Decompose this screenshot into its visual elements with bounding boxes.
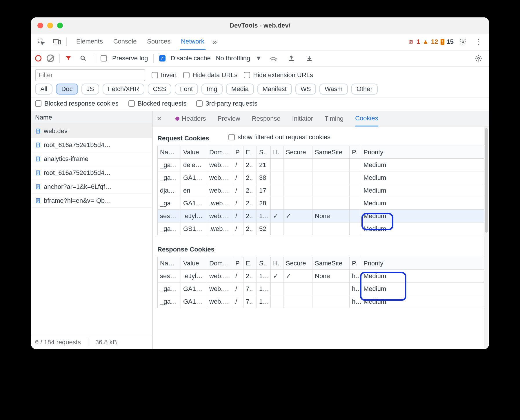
chip-css[interactable]: CSS — [148, 84, 171, 95]
tab-sources[interactable]: Sources — [146, 34, 172, 50]
clear-button[interactable] — [47, 55, 54, 62]
cookie-col-header[interactable]: SameSite — [312, 146, 350, 159]
chip-all[interactable]: All — [35, 84, 52, 95]
cookie-row[interactable]: _ga_…GS1….web.…/2..52Medium — [158, 222, 484, 235]
settings-icon[interactable] — [457, 35, 469, 48]
cookie-col-header[interactable]: Secure — [283, 146, 312, 159]
request-row[interactable]: bframe?hl=en&v=-Qb… — [31, 194, 152, 208]
search-icon[interactable] — [77, 52, 90, 65]
svg-point-4 — [81, 56, 84, 59]
divider — [66, 37, 67, 46]
cookie-col-header[interactable]: SameSite — [312, 257, 350, 270]
chip-js[interactable]: JS — [81, 84, 99, 95]
chip-media[interactable]: Media — [226, 84, 254, 95]
document-icon — [35, 184, 41, 190]
cookie-row[interactable]: _ga_…GA1…web.…/7..1…h..Medium — [158, 283, 484, 295]
network-settings-icon[interactable] — [472, 52, 485, 65]
cookie-col-header[interactable]: Priority — [361, 257, 484, 270]
hide-ext-urls-checkbox[interactable] — [244, 72, 250, 78]
blocked-requests-checkbox[interactable] — [128, 100, 135, 107]
inspect-icon[interactable] — [35, 35, 48, 48]
cookie-col-header[interactable]: Priority — [361, 146, 484, 159]
show-filtered-checkbox[interactable] — [228, 134, 235, 140]
scrollbar-thumb[interactable] — [485, 128, 488, 233]
cookie-row[interactable]: djan…enweb.…/2..17Medium — [158, 184, 484, 197]
tab-console[interactable]: Console — [112, 34, 138, 50]
blocked-cookies-checkbox[interactable] — [35, 100, 41, 107]
cookie-col-header[interactable]: H. — [271, 146, 283, 159]
tab-network[interactable]: Network — [180, 34, 206, 50]
cookie-row[interactable]: _ga_…dele…web.…/2..21Medium — [158, 159, 484, 171]
hide-data-urls-label: Hide data URLs — [192, 71, 237, 79]
scrollbar[interactable] — [484, 126, 488, 349]
error-icon: ⦻ — [408, 38, 414, 46]
request-row[interactable]: root_616a752e1b5d4… — [31, 166, 152, 180]
export-har-icon[interactable] — [285, 52, 298, 65]
cookie-row[interactable]: _ga_…GA1…web.…/7..1…h..Medium — [158, 295, 484, 308]
chip-wasm[interactable]: Wasm — [319, 84, 348, 95]
chip-other[interactable]: Other — [351, 84, 378, 95]
chip-doc[interactable]: Doc — [56, 84, 78, 95]
cookie-col-header[interactable]: E. — [243, 257, 257, 270]
cookie-row[interactable]: _ga_…GA1…web.…/2..38Medium — [158, 171, 484, 184]
filter-row: Invert Hide data URLs Hide extension URL… — [31, 67, 489, 82]
cookie-col-header[interactable]: Dom… — [207, 146, 233, 159]
disable-cache-checkbox[interactable] — [159, 55, 166, 61]
detail-tab-initiator[interactable]: Initiator — [292, 115, 313, 122]
svg-point-3 — [462, 41, 464, 43]
issue-badges[interactable]: ⦻1 ▲12 !15 — [408, 38, 454, 46]
request-row[interactable]: anchor?ar=1&k=6Lfqf… — [31, 180, 152, 194]
kebab-menu-icon[interactable]: ⋮ — [472, 35, 485, 48]
chip-manifest[interactable]: Manifest — [257, 84, 292, 95]
network-conditions-icon[interactable] — [267, 52, 280, 65]
cookie-row[interactable]: _gaGA1….web.…/2..28Medium — [158, 197, 484, 210]
detail-tab-headers[interactable]: Headers — [175, 115, 206, 122]
cookie-col-header[interactable]: P — [233, 146, 243, 159]
cookie-col-header[interactable]: H. — [271, 257, 283, 270]
response-cookies-heading: Response Cookies — [157, 246, 484, 253]
cookie-col-header[interactable]: P — [233, 257, 243, 270]
tab-elements[interactable]: Elements — [75, 34, 104, 50]
more-tabs-icon[interactable]: » — [208, 35, 221, 48]
cookie-col-header[interactable]: Value — [181, 146, 207, 159]
cookie-col-header[interactable]: P. — [350, 146, 361, 159]
request-list-panel: Name web.devroot_616a752e1b5d4…analytics… — [31, 111, 153, 349]
cookie-col-header[interactable]: Secure — [283, 257, 312, 270]
cookie-col-header[interactable]: S.. — [257, 257, 271, 270]
detail-tab-response[interactable]: Response — [252, 115, 281, 122]
cookie-col-header[interactable]: Value — [181, 257, 207, 270]
request-row[interactable]: root_616a752e1b5d4… — [31, 138, 152, 152]
request-row[interactable]: analytics-iframe — [31, 152, 152, 166]
detail-tab-cookies[interactable]: Cookies — [355, 111, 378, 126]
hide-data-urls-checkbox[interactable] — [183, 72, 190, 78]
cookie-col-header[interactable]: Na… — [158, 146, 181, 159]
cookie-col-header[interactable]: E. — [243, 146, 257, 159]
divider — [88, 338, 88, 346]
filter-toggle-icon[interactable] — [65, 55, 72, 61]
throttling-caret-icon[interactable]: ▼ — [255, 55, 262, 62]
request-row[interactable]: web.dev — [31, 124, 152, 138]
throttling-select[interactable]: No throttling — [216, 55, 250, 62]
invert-checkbox[interactable] — [152, 72, 158, 78]
record-button[interactable] — [35, 55, 41, 61]
cookie-row[interactable]: sessi….eJyl…web.…/2..1…✓✓NoneMedium — [158, 210, 484, 222]
third-party-label: 3rd-party requests — [206, 100, 257, 107]
third-party-checkbox[interactable] — [196, 100, 203, 107]
cookie-col-header[interactable]: P. — [350, 257, 361, 270]
cookie-col-header[interactable]: S.. — [257, 146, 271, 159]
detail-tab-preview[interactable]: Preview — [218, 115, 240, 122]
detail-tab-timing[interactable]: Timing — [325, 115, 343, 122]
chip-ws[interactable]: WS — [295, 84, 316, 95]
filter-input[interactable] — [35, 69, 145, 81]
cookie-row[interactable]: sessi….eJyl…web.…/2..1…✓✓Noneh..Medium — [158, 270, 484, 283]
close-detail-icon[interactable]: × — [157, 114, 161, 123]
cookie-col-header[interactable]: Na… — [158, 257, 181, 270]
chip-font[interactable]: Font — [175, 84, 198, 95]
cookie-col-header[interactable]: Dom… — [207, 257, 233, 270]
device-toggle-icon[interactable] — [51, 35, 63, 48]
import-har-icon[interactable] — [303, 52, 316, 65]
name-column-header[interactable]: Name — [31, 111, 152, 124]
chip-img[interactable]: Img — [201, 84, 223, 95]
chip-fetch-xhr[interactable]: Fetch/XHR — [103, 84, 144, 95]
preserve-log-checkbox[interactable] — [101, 55, 107, 61]
